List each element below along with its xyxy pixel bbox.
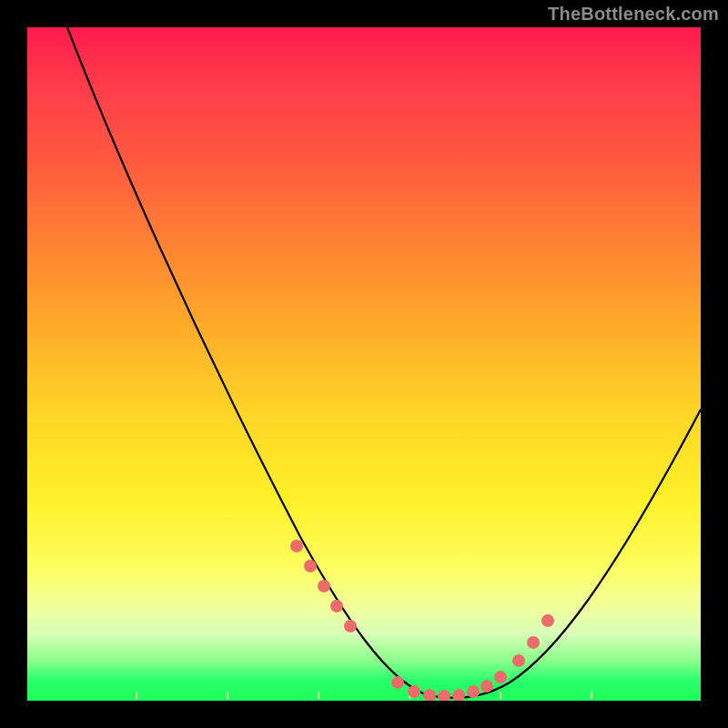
chart-svg <box>27 27 701 701</box>
bottleneck-curve <box>67 27 701 698</box>
svg-point-8 <box>318 580 330 592</box>
plot-area <box>27 27 701 701</box>
x-ticks <box>136 692 592 699</box>
svg-point-20 <box>527 636 540 649</box>
svg-point-15 <box>452 689 465 701</box>
watermark-text: TheBottleneck.com <box>548 4 719 25</box>
svg-point-16 <box>467 685 480 698</box>
svg-point-13 <box>423 689 436 701</box>
svg-point-17 <box>480 680 493 693</box>
svg-point-6 <box>290 540 303 552</box>
svg-point-14 <box>438 690 450 701</box>
chart-frame: TheBottleneck.com <box>0 0 728 728</box>
highlight-dots <box>290 540 554 701</box>
svg-point-9 <box>330 600 343 612</box>
svg-point-19 <box>512 654 525 667</box>
svg-point-21 <box>541 614 554 627</box>
svg-point-11 <box>391 676 404 689</box>
svg-point-7 <box>304 560 317 572</box>
svg-point-10 <box>344 620 357 632</box>
svg-point-18 <box>494 671 507 683</box>
svg-point-12 <box>408 685 420 698</box>
